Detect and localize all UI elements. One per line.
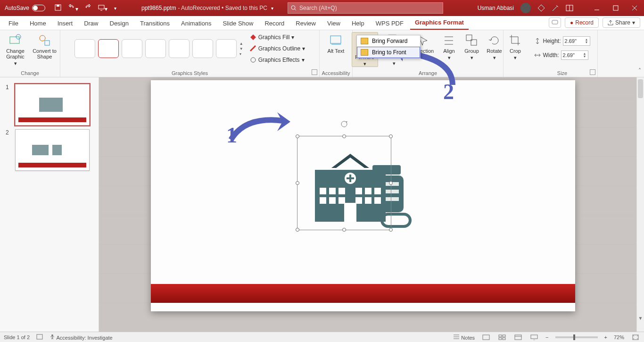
autosave-toggle[interactable]: AutoSave: [0, 5, 50, 11]
style-preset[interactable]: [192, 39, 213, 58]
tab-design[interactable]: Design: [105, 17, 133, 30]
height-input[interactable]: 2.69"▲▼: [563, 36, 590, 46]
accessibility-status[interactable]: Accessibility: Investigate: [50, 334, 113, 341]
graphics-effects-label: Graphics Effects: [258, 57, 300, 63]
style-preset[interactable]: [122, 39, 142, 58]
chevron-down-icon[interactable]: ▾: [269, 6, 273, 11]
slideshow-view-icon[interactable]: [529, 334, 539, 341]
resize-handle[interactable]: [389, 134, 393, 138]
avatar[interactable]: [520, 3, 531, 13]
menu-bring-to-front[interactable]: Bring to Front: [357, 47, 420, 58]
tab-view[interactable]: View: [322, 17, 345, 30]
present-icon[interactable]: ▾: [98, 4, 107, 12]
scroll-down-icon[interactable]: ▼: [638, 315, 643, 321]
scroll-thumb[interactable]: [638, 79, 643, 98]
selection-box[interactable]: [297, 136, 391, 230]
tab-help[interactable]: Help: [347, 17, 369, 30]
svg-rect-44: [499, 335, 502, 337]
gallery-down-icon[interactable]: ▼: [239, 47, 243, 51]
gallery-up-icon[interactable]: ▲: [239, 42, 243, 46]
zoom-level[interactable]: 72%: [614, 334, 624, 340]
zoom-slider[interactable]: [555, 336, 598, 338]
tab-record[interactable]: Record: [260, 17, 289, 30]
tab-graphics-format[interactable]: Graphics Format: [410, 16, 469, 30]
document-title: ppt9865.pptm - AutoRecovered • Saved to …: [141, 5, 273, 11]
height-label: Height:: [543, 38, 561, 44]
sorter-view-icon[interactable]: [497, 334, 507, 341]
svg-rect-41: [37, 334, 42, 339]
crop-button[interactable]: Crop ▾: [502, 32, 528, 60]
notes-button[interactable]: Notes: [453, 334, 475, 341]
tab-file[interactable]: File: [4, 17, 23, 30]
wand-icon[interactable]: [552, 4, 559, 12]
autosave-label: AutoSave: [5, 5, 29, 11]
graphics-fill-button[interactable]: Graphics Fill ▾: [250, 32, 305, 42]
style-preset[interactable]: [74, 39, 95, 58]
resize-handle[interactable]: [342, 134, 346, 138]
menu-bring-forward-label: Bring Forward: [372, 38, 407, 44]
qat-more-icon[interactable]: ▾: [114, 6, 116, 11]
gallery-more-icon[interactable]: ▾: [239, 52, 243, 56]
graphics-outline-button[interactable]: Graphics Outline ▾: [250, 43, 305, 54]
comments-button[interactable]: [549, 17, 561, 28]
styles-dialog-launcher[interactable]: [312, 69, 317, 75]
tab-transitions[interactable]: Transitions: [135, 17, 174, 30]
rotate-handle-icon[interactable]: [340, 120, 348, 128]
resize-handle[interactable]: [389, 228, 393, 232]
menu-bring-forward[interactable]: Bring Forward: [357, 35, 420, 47]
slide-thumbnail-1[interactable]: [15, 84, 90, 125]
slide[interactable]: 1: [151, 80, 575, 311]
close-button[interactable]: [625, 0, 644, 16]
collapse-ribbon-icon[interactable]: ˄: [638, 67, 641, 74]
size-dialog-launcher[interactable]: [590, 69, 595, 75]
zoom-in-button[interactable]: +: [604, 334, 607, 340]
redo-icon[interactable]: [85, 4, 91, 12]
resize-handle[interactable]: [389, 181, 393, 185]
resize-handle[interactable]: [296, 228, 299, 232]
graphics-effects-button[interactable]: Graphics Effects ▾: [250, 55, 305, 65]
undo-icon[interactable]: ▾: [68, 4, 78, 12]
resize-handle[interactable]: [296, 181, 299, 185]
zoom-slider-thumb[interactable]: [573, 334, 575, 340]
maximize-button[interactable]: [606, 0, 625, 16]
record-button[interactable]: ● Record: [565, 17, 599, 28]
group-objects-button[interactable]: Group ▾: [462, 32, 482, 67]
slide-canvas-area[interactable]: 1 ▼: [99, 77, 644, 332]
style-preset[interactable]: [145, 39, 166, 58]
change-graphic-button[interactable]: Change Graphic ▾: [2, 32, 29, 66]
minimize-button[interactable]: [587, 0, 606, 16]
user-name[interactable]: Usman Abbasi: [478, 5, 514, 11]
tab-home[interactable]: Home: [25, 17, 51, 30]
tab-slideshow[interactable]: Slide Show: [218, 17, 258, 30]
style-gallery[interactable]: ▲▼▾: [74, 39, 243, 58]
svg-point-9: [40, 35, 45, 41]
diamond-icon[interactable]: [537, 4, 545, 12]
slide-thumbnail-2[interactable]: [15, 129, 90, 171]
tab-draw[interactable]: Draw: [79, 17, 103, 30]
window-mode-icon[interactable]: [566, 5, 573, 11]
vertical-scrollbar[interactable]: ▼: [636, 77, 644, 332]
resize-handle[interactable]: [342, 228, 346, 232]
convert-to-shape-button[interactable]: Convert to Shape: [32, 32, 58, 66]
accessibility-icon: [50, 334, 55, 340]
language-icon[interactable]: [36, 334, 43, 341]
width-input[interactable]: 2.69"▲▼: [561, 50, 588, 60]
tab-insert[interactable]: Insert: [53, 17, 78, 30]
fit-to-window-icon[interactable]: [631, 334, 640, 341]
slide-red-bar: [151, 284, 575, 303]
style-preset[interactable]: [169, 39, 190, 58]
zoom-out-button[interactable]: −: [545, 334, 548, 340]
tab-animations[interactable]: Animations: [176, 17, 216, 30]
reading-view-icon[interactable]: [513, 334, 523, 341]
share-button[interactable]: Share ▾: [603, 17, 640, 28]
style-preset[interactable]: [98, 39, 119, 58]
rotate-button[interactable]: Rotate ▾: [485, 32, 504, 67]
tab-review[interactable]: Review: [291, 17, 321, 30]
search-box[interactable]: [288, 2, 443, 14]
save-icon[interactable]: [55, 4, 61, 12]
alt-text-button[interactable]: Alt Text: [323, 32, 349, 54]
style-preset[interactable]: [216, 39, 237, 58]
tab-wpspdf[interactable]: WPS PDF: [371, 17, 408, 30]
search-input[interactable]: [299, 5, 440, 11]
normal-view-icon[interactable]: [481, 334, 491, 341]
